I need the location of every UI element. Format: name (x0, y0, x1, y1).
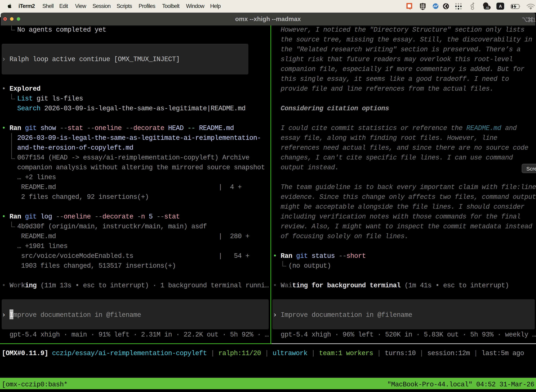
svg-text:..61: ..61 (485, 6, 489, 9)
svg-text:A: A (499, 4, 502, 9)
